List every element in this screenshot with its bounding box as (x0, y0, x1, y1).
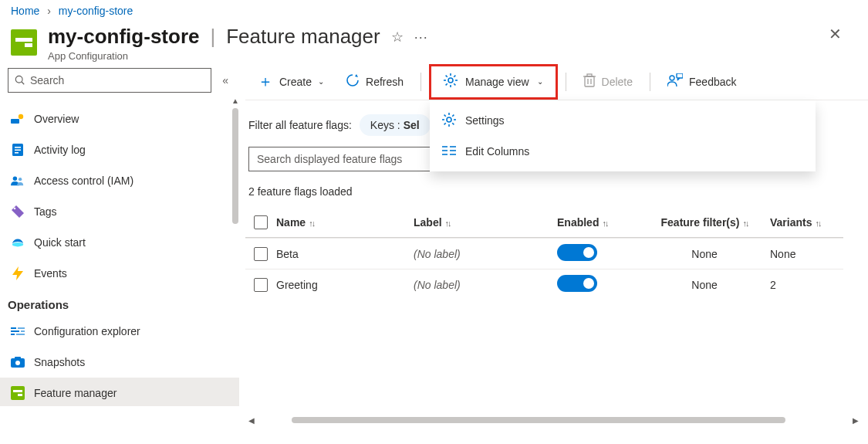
feedback-button[interactable]: Feedback (658, 66, 745, 97)
svg-point-3 (19, 114, 23, 119)
sidebar-item-feature-manager[interactable]: Feature manager (0, 378, 239, 406)
checkbox-icon (254, 247, 268, 261)
enabled-toggle[interactable] (557, 244, 597, 261)
column-header-variants[interactable]: Variants↑↓ (770, 216, 839, 229)
scroll-thumb[interactable] (292, 417, 785, 423)
cell-filters: None (639, 248, 770, 260)
column-filters-label: Feature filter(s) (661, 216, 740, 229)
title-separator: | (210, 25, 215, 49)
page-header: my-config-store | Feature manager ☆ ··· … (0, 19, 868, 63)
svg-rect-17 (16, 334, 25, 335)
column-header-filters[interactable]: Feature filter(s)↑↓ (639, 216, 770, 229)
svg-line-45 (444, 114, 446, 116)
enabled-toggle[interactable] (557, 275, 597, 292)
column-header-label[interactable]: Label↑↓ (414, 216, 557, 229)
favorite-star-icon[interactable]: ☆ (391, 29, 404, 46)
sidebar-item-overview[interactable]: Overview (0, 103, 239, 134)
checkbox-icon (254, 215, 268, 229)
sidebar-item-label: Snapshots (34, 356, 85, 368)
breadcrumb-store[interactable]: my-config-store (59, 5, 133, 17)
sidebar-item-tags[interactable]: Tags (0, 196, 239, 227)
close-icon[interactable]: ✕ (829, 25, 857, 43)
sidebar-search-placeholder: Search (30, 74, 64, 86)
collapse-sidebar-icon[interactable]: « (219, 71, 231, 90)
svg-point-0 (15, 76, 22, 83)
table-row[interactable]: Greeting (No label) None 2 (245, 269, 843, 300)
create-button[interactable]: ＋ Create ⌄ (248, 66, 333, 97)
keys-value: Sel (404, 119, 420, 131)
sidebar-item-configuration-explorer[interactable]: Configuration explorer (0, 316, 239, 347)
sidebar-item-label: Quick start (34, 236, 86, 249)
cell-variants: 2 (770, 279, 839, 291)
sidebar-item-label: Overview (34, 113, 79, 125)
svg-rect-19 (15, 357, 21, 360)
scroll-right-icon[interactable]: ▶ (849, 416, 862, 425)
person-feedback-icon (667, 73, 683, 90)
cell-variants: None (770, 248, 839, 260)
refresh-button[interactable]: Refresh (336, 66, 413, 97)
breadcrumb-home[interactable]: Home (11, 5, 39, 17)
flags-count: 2 feature flags loaded (245, 171, 868, 207)
table-row[interactable]: Beta (No label) None None (245, 238, 843, 269)
select-all-checkbox[interactable] (245, 215, 276, 229)
toolbar-separator (566, 73, 566, 91)
trash-icon (583, 73, 596, 90)
plus-icon: ＋ (258, 71, 273, 92)
scroll-left-icon[interactable]: ◀ (245, 416, 258, 425)
scroll-thumb[interactable] (232, 108, 238, 224)
quick-start-icon (11, 236, 25, 249)
svg-line-31 (446, 83, 448, 85)
page-subtitle: App Configuration (48, 50, 829, 62)
events-icon (11, 266, 25, 280)
sidebar-scrollbar[interactable]: ▲ (231, 97, 239, 406)
column-header-name[interactable]: Name↑↓ (276, 216, 414, 229)
sidebar: Search « Overview Activity log (0, 63, 239, 425)
svg-rect-22 (13, 390, 22, 392)
delete-label: Delete (602, 76, 633, 88)
svg-rect-21 (11, 386, 25, 400)
svg-rect-5 (15, 147, 21, 148)
sidebar-item-snapshots[interactable]: Snapshots (0, 347, 239, 378)
sidebar-item-activity-log[interactable]: Activity log (0, 134, 239, 165)
svg-line-32 (454, 76, 455, 77)
manage-view-button[interactable]: Manage view ⌄ (433, 68, 554, 96)
keys-prefix: Keys : (370, 119, 404, 131)
page-section: Feature manager (226, 25, 380, 49)
search-icon (15, 75, 25, 86)
sidebar-item-events[interactable]: Events (0, 258, 239, 289)
row-checkbox[interactable] (245, 247, 276, 261)
svg-point-10 (14, 208, 16, 210)
dropdown-settings-label: Settings (465, 114, 505, 127)
svg-rect-12 (11, 327, 16, 329)
delete-button[interactable]: Delete (574, 66, 642, 97)
sidebar-search-input[interactable]: Search (8, 68, 211, 93)
cell-name: Greeting (276, 279, 414, 291)
sidebar-item-quick-start[interactable]: Quick start (0, 227, 239, 258)
manage-view-dropdown: Settings Edit Columns (430, 100, 816, 171)
scroll-up-icon[interactable]: ▲ (231, 97, 239, 105)
svg-rect-13 (18, 327, 25, 329)
overview-icon (11, 112, 25, 126)
page-title: my-config-store (48, 25, 199, 49)
column-name-label: Name (276, 216, 306, 229)
svg-line-30 (454, 83, 455, 85)
chevron-down-icon: ⌄ (537, 77, 543, 86)
dropdown-edit-columns-label: Edit Columns (465, 145, 529, 158)
sidebar-item-access-control[interactable]: Access control (IAM) (0, 165, 239, 196)
row-checkbox[interactable] (245, 278, 276, 292)
svg-rect-15 (21, 330, 25, 332)
scroll-track[interactable] (258, 417, 849, 423)
svg-line-1 (22, 82, 24, 84)
more-actions-icon[interactable]: ··· (414, 30, 428, 44)
column-label-label: Label (414, 216, 442, 229)
filter-label: Filter all feature flags: (248, 119, 352, 131)
dropdown-item-edit-columns[interactable]: Edit Columns (430, 136, 816, 167)
dropdown-item-settings[interactable]: Settings (430, 105, 816, 136)
svg-line-29 (446, 76, 448, 77)
svg-rect-7 (15, 152, 19, 154)
horizontal-scrollbar[interactable]: ◀ ▶ (245, 415, 862, 425)
create-label: Create (279, 76, 312, 88)
column-header-enabled[interactable]: Enabled↑↓ (557, 216, 639, 229)
sidebar-item-label: Configuration explorer (34, 325, 140, 337)
keys-filter-pill[interactable]: Keys : Sel (360, 114, 431, 136)
